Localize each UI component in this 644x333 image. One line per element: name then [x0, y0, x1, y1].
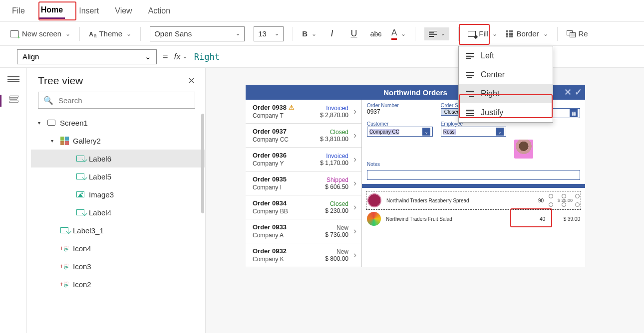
tree-node-label6[interactable]: Label6 — [31, 150, 205, 167]
border-label: Border — [516, 29, 539, 38]
order-company: Company BB — [253, 208, 288, 215]
active-indicator — [0, 95, 1, 107]
align-justify-icon — [466, 110, 474, 116]
theme-button[interactable]: Theme — [89, 29, 131, 38]
employee-select[interactable]: Rossi⌄ — [441, 127, 507, 137]
line-item[interactable]: Northwind Traders Fruit Salad40$ 39.00 — [366, 210, 581, 228]
chevron-down-icon: ⌄ — [145, 52, 151, 61]
order-row[interactable]: Order 0932Company KNew$ 800.00› — [246, 243, 361, 267]
order-price: $ 606.50 — [325, 183, 348, 190]
selection-handles[interactable]: $ 25.00 — [549, 194, 580, 207]
chevron-right-icon[interactable]: › — [353, 250, 356, 260]
chevron-right-icon[interactable]: › — [353, 154, 356, 165]
tree-node-icon3[interactable]: +♡Icon3 — [31, 257, 205, 275]
close-icon[interactable]: ✕ — [188, 75, 195, 86]
text-align-button[interactable]: ⌄ — [424, 27, 449, 40]
font-family-value: Open Sans — [154, 29, 192, 38]
order-row[interactable]: Order 0937Company CCClosed$ 3,810.00› — [246, 124, 361, 148]
scrollbar-thumb[interactable] — [201, 114, 204, 213]
tree-node-label: Icon4 — [73, 244, 91, 253]
reorder-button[interactable]: Re — [567, 29, 588, 38]
menu-action[interactable]: Action — [146, 3, 172, 18]
expand-caret-icon[interactable]: ▾ — [38, 120, 43, 126]
expand-caret-icon[interactable]: ▾ — [51, 138, 56, 144]
order-id: Order 0936 — [253, 152, 287, 159]
warning-icon: ⚠ — [289, 104, 295, 111]
separator — [79, 27, 80, 41]
tree-body: ▾Screen1▾Gallery2Label6Label5Image3Label… — [27, 114, 205, 333]
confirm-icon[interactable]: ✓ — [575, 87, 582, 98]
bold-icon: B — [302, 29, 308, 38]
menu-home[interactable]: Home — [39, 2, 65, 19]
border-button[interactable]: Border — [506, 29, 548, 38]
align-option-left[interactable]: Left — [459, 46, 553, 65]
notes-input[interactable] — [367, 170, 580, 180]
divider-bar — [362, 184, 585, 188]
order-status: Invoiced — [320, 153, 348, 160]
chevron-down-icon[interactable]: ⌄ — [183, 53, 187, 60]
tree-view-icon[interactable] — [8, 95, 18, 103]
order-id: Order 0938 ⚠ — [253, 104, 295, 111]
line-items-gallery[interactable]: Northwind Traders Raspberry Spread90$ 25… — [362, 188, 585, 231]
tree-node-icon4[interactable]: +♡Icon4 — [31, 239, 205, 257]
chevron-right-icon[interactable]: › — [353, 130, 356, 141]
reorder-label: Re — [579, 29, 588, 38]
employee-value: Rossi — [443, 129, 456, 135]
tree-node-gallery2[interactable]: ▾Gallery2 — [31, 132, 205, 150]
bold-button[interactable]: B — [302, 29, 317, 38]
field-label: Notes — [367, 162, 580, 167]
font-color-icon: A — [391, 28, 397, 40]
separator — [293, 27, 293, 41]
order-row[interactable]: Order 0936Company YInvoiced$ 1,170.00› — [246, 148, 361, 171]
order-price: $ 1,170.00 — [320, 160, 348, 166]
customer-select[interactable]: Company CC⌄ — [367, 127, 433, 137]
property-select[interactable]: Align ⌄ — [17, 49, 157, 64]
italic-button[interactable]: I — [325, 28, 338, 39]
formula-input[interactable]: Right — [194, 52, 220, 62]
tree-node-label5[interactable]: Label5 — [31, 167, 205, 185]
canvas[interactable]: Northwind Orders ✕ ✓ Order 0938 ⚠Company… — [206, 68, 644, 333]
tree-node-screen1[interactable]: ▾Screen1 — [31, 114, 205, 132]
tree-node-image3[interactable]: Image3 — [31, 185, 205, 203]
align-option-right[interactable]: Right — [459, 84, 553, 103]
order-row[interactable]: Order 0938 ⚠Company TInvoiced$ 2,870.00› — [246, 100, 361, 124]
fx-label[interactable]: fx — [174, 52, 181, 62]
order-company: Company Y — [253, 160, 287, 167]
cancel-icon[interactable]: ✕ — [564, 87, 572, 98]
underline-button[interactable]: U — [347, 28, 360, 39]
separator — [458, 27, 459, 41]
strikethrough-button[interactable]: abc — [369, 30, 382, 38]
line-item[interactable]: Northwind Traders Raspberry Spread90$ 25… — [366, 191, 581, 210]
hamburger-icon[interactable] — [7, 75, 19, 84]
order-price: $ 800.00 — [325, 255, 348, 262]
menu-insert[interactable]: Insert — [77, 3, 101, 18]
chevron-right-icon[interactable]: › — [353, 202, 356, 212]
chevron-right-icon[interactable]: › — [353, 106, 356, 117]
fill-button[interactable]: Fill — [468, 29, 497, 38]
order-row[interactable]: Order 0935Company IShipped$ 606.50› — [246, 171, 361, 195]
chevron-right-icon[interactable]: › — [353, 178, 356, 188]
order-row[interactable]: Order 0934Company BBClosed$ 230.00› — [246, 195, 361, 219]
tree-node-label3_1[interactable]: Label3_1 — [31, 221, 205, 239]
italic-icon: I — [330, 28, 333, 38]
tree-search-input[interactable] — [58, 96, 190, 105]
menubar: File Home Insert View Action — [0, 0, 644, 22]
tree-node-icon2[interactable]: +♡Icon2 — [31, 275, 205, 293]
align-option-label: Right — [481, 89, 499, 98]
new-screen-button[interactable]: New screen — [10, 29, 70, 38]
font-color-button[interactable]: A — [391, 28, 406, 40]
align-option-justify[interactable]: Justify — [459, 103, 553, 122]
tree-node-label4[interactable]: Label4 — [31, 203, 205, 221]
menu-view[interactable]: View — [113, 3, 134, 18]
orders-gallery[interactable]: Order 0938 ⚠Company TInvoiced$ 2,870.00›… — [246, 100, 361, 267]
order-status: New — [325, 248, 348, 255]
menu-file[interactable]: File — [10, 3, 27, 18]
font-size-select[interactable]: 13 ⌄ — [254, 26, 284, 41]
tree-view-panel: Tree view ✕ 🔍 ▾Screen1▾Gallery2Label6Lab… — [27, 68, 206, 333]
align-option-center[interactable]: Center — [459, 65, 553, 84]
customer-value: Company CC — [369, 129, 399, 135]
font-family-select[interactable]: Open Sans ⌄ — [150, 26, 245, 41]
order-row[interactable]: Order 0933Company ANew$ 736.00› — [246, 219, 361, 243]
chevron-right-icon[interactable]: › — [353, 226, 356, 236]
tree-search-box[interactable]: 🔍 — [38, 92, 195, 109]
